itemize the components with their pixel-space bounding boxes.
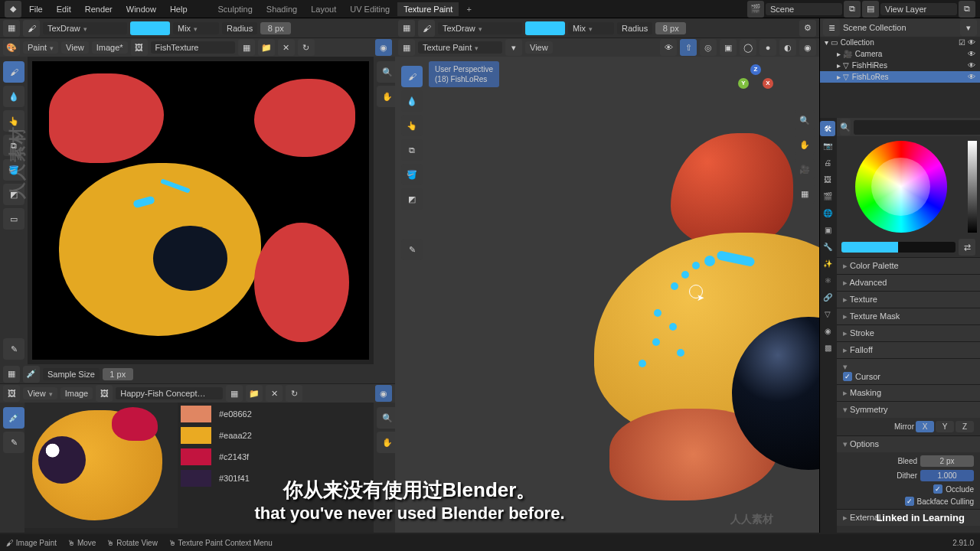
vp-tool-clone[interactable]: ⧉ [401,139,423,161]
sec-falloff[interactable]: Falloff [837,342,980,358]
vp-overlay-icon[interactable]: 👁 [660,39,677,56]
vp-shade-solid-icon[interactable]: ● [760,39,776,56]
menu-edit[interactable]: Edit [51,2,77,16]
img-open-icon[interactable]: 📁 [258,39,275,56]
ref-view-menu[interactable]: View [23,387,57,399]
ptab-particles[interactable]: ✨ [820,256,835,271]
brush-icon[interactable]: 🖌 [23,20,40,37]
outliner-filter-icon[interactable]: ▾ [960,19,977,36]
uv-canvas[interactable] [32,61,369,360]
vp-brush-select[interactable]: TexDraw [438,22,522,34]
ptab-texture[interactable]: ▩ [820,340,835,355]
ref-snap-icon[interactable]: ◉ [375,385,392,402]
axis-y[interactable]: Y [738,78,749,89]
concept-preview[interactable] [24,403,178,528]
outliner-row-fishhires[interactable]: ▸ ▽FishHiRes👁 [820,60,980,71]
eyedropper-icon[interactable]: 💉 [23,366,40,383]
outliner-row-fishlores[interactable]: ▸ ▽FishLoRes👁 [820,71,980,83]
vp-tool-icon[interactable]: ▦ [398,20,415,37]
ref-annotate-tool[interactable]: ✎ [3,432,24,453]
vp-tool-annotate[interactable]: ✎ [401,239,423,260]
sec-color-palette[interactable]: Color Palette [837,258,980,274]
ws-uv[interactable]: UV Editing [344,2,396,16]
ref-image-name[interactable]: Happy-Fish Concept… [116,387,223,399]
ptab-physics[interactable]: ⚛ [820,272,835,288]
vp-tool-draw[interactable]: 🖌 [401,66,423,87]
ws-add[interactable]: + [460,2,477,16]
vp-tool-smear[interactable]: 👆 [401,115,423,136]
vp-tool-soften[interactable]: 💧 [401,90,423,112]
app-icon[interactable]: ◆ [5,1,21,18]
nav-gizmo[interactable]: Z Y X [738,64,773,99]
tool-soften[interactable]: 💧 [3,86,24,107]
ptab-world[interactable]: 🌐 [820,205,835,220]
vp-gizmo-icon[interactable]: ⇧ [680,39,697,56]
bleed-value[interactable]: 2 px [920,455,974,467]
view-layer-name[interactable]: View Layer [880,3,957,15]
ref-reload-icon[interactable]: ↻ [286,385,302,402]
ref-image-menu[interactable]: Image [60,387,93,399]
sec-texture-mask[interactable]: Texture Mask [837,308,980,324]
brush-color[interactable] [130,21,170,35]
backface-check[interactable]: ✓ [905,497,914,506]
tool-fill[interactable]: 🪣 [3,159,24,181]
uv-view-menu[interactable]: View [61,41,89,54]
ref-mode-icon[interactable]: 🖼 [3,385,20,402]
vp-shade-matprev-icon[interactable]: ◐ [779,39,796,56]
ptab-tool[interactable]: 🛠 [820,121,835,136]
menu-window[interactable]: Window [120,2,162,16]
ptab-render[interactable]: 📷 [820,138,835,153]
tool-clone[interactable]: ⧉ [3,135,24,156]
vp-radius-value[interactable]: 8 px [655,22,686,34]
ptab-output[interactable]: 🖨 [820,155,835,170]
viewport-3d[interactable]: 🖌 💧 👆 ⧉ 🪣 ◩ ✎ User Perspective (18) Fish… [395,57,819,533]
img-unlink-icon[interactable]: ✕ [278,39,295,56]
scene-name[interactable]: Scene [766,3,842,15]
outliner-icon[interactable]: ≣ [823,19,840,36]
tool-mask[interactable]: ◩ [3,184,24,205]
brush-color-strip[interactable] [841,242,956,253]
radius-value[interactable]: 8 px [260,22,291,34]
vp-tool-fill[interactable]: 🪣 [401,164,423,185]
ptab-object[interactable]: ▣ [820,222,835,237]
vp-zoom-icon[interactable]: 🔍 [795,110,815,130]
sec-symmetry[interactable]: Symmetry [837,402,980,418]
outliner[interactable]: ▾ ▭Collection☑ 👁 ▸ 🎥Camera👁 ▸ ▽FishHiRes… [820,37,980,118]
outliner-row-collection[interactable]: ▾ ▭Collection☑ 👁 [820,37,980,48]
layer-icon[interactable]: ▤ [862,1,879,18]
ref-sample-tool[interactable]: 💉 [3,407,24,429]
ptab-constraint[interactable]: 🔗 [820,289,835,305]
tool-grad[interactable]: ▭ [3,208,24,230]
ref-unlink-icon[interactable]: ✕ [266,385,283,402]
ref-open-icon[interactable]: 📁 [246,385,263,402]
img-reload-icon[interactable]: ↻ [298,39,315,56]
vp-tool-dd-icon[interactable]: ▾ [505,39,522,56]
ref-new-icon[interactable]: ▦ [226,385,243,402]
occlude-check[interactable]: ✓ [933,484,942,494]
ptab-scene[interactable]: 🎬 [820,188,835,204]
axis-x[interactable]: X [763,78,773,89]
sec-texture[interactable]: Texture [837,292,980,308]
ptab-mesh[interactable]: ▽ [820,306,835,321]
ref-tool-icon[interactable]: ▦ [3,366,20,383]
scene-icon[interactable]: 🎬 [747,1,764,18]
props-pin-icon[interactable]: 🔍 [840,119,851,135]
pal-swatch-1[interactable] [181,406,211,422]
sec-external[interactable]: External [837,510,980,526]
swap-colors-icon[interactable]: ⇄ [959,239,975,256]
sec-options[interactable]: Options [837,436,980,452]
vp-overlay2-icon[interactable]: ◎ [700,39,717,56]
sec-stroke[interactable]: Stroke [837,325,980,341]
vp-shade-render-icon[interactable]: ◉ [799,39,816,56]
vp-mode[interactable]: Texture Paint [418,41,502,54]
pal-swatch-3[interactable] [181,448,211,465]
vp-tool-mask[interactable]: ◩ [401,188,423,210]
ptab-view[interactable]: 🖼 [820,171,835,187]
color-wheel[interactable] [855,141,947,233]
menu-render[interactable]: Render [79,2,119,16]
blend-mode[interactable]: Mix [173,22,219,34]
menu-file[interactable]: File [23,2,49,16]
ws-texpaint[interactable]: Texture Paint [397,2,459,16]
menu-help[interactable]: Help [164,2,194,16]
uv-snap-icon[interactable]: ◉ [375,39,392,56]
